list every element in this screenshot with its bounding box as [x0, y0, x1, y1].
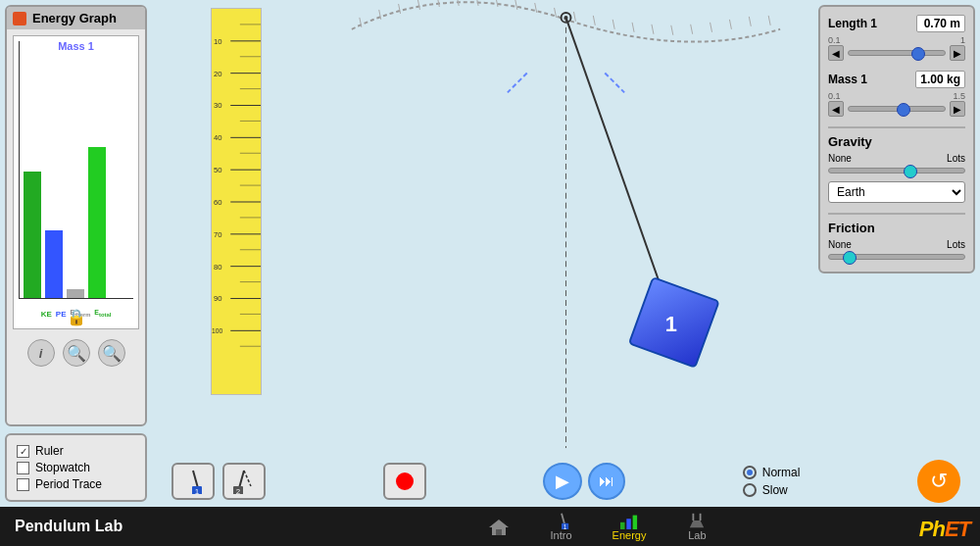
ruler-checkbox-row[interactable]: ✓ Ruler	[17, 444, 135, 458]
ke-bar-group	[24, 172, 41, 299]
slow-speed-option[interactable]: Slow	[743, 483, 801, 497]
nav-energy-label: Energy	[612, 529, 647, 541]
lock-icon: 🔒	[67, 308, 86, 326]
svg-line-39	[496, 0, 498, 7]
length1-thumb[interactable]	[911, 47, 925, 61]
friction-slider-labels: None Lots	[828, 239, 965, 250]
zoom-out-icon: 🔍	[67, 344, 86, 363]
pendulum1-icon: 1	[178, 469, 208, 494]
slow-radio[interactable]	[743, 483, 757, 497]
axis-y	[19, 41, 20, 299]
panel-title-icon	[13, 12, 26, 25]
speed-controls: Normal Slow	[743, 466, 801, 497]
svg-line-38	[476, 0, 478, 6]
intro-icon: 1	[550, 512, 573, 529]
play-buttons: ▶ ⏭	[543, 463, 625, 500]
slow-speed-label: Slow	[762, 483, 788, 497]
svg-line-52	[749, 17, 751, 26]
normal-radio[interactable]	[743, 466, 757, 479]
mass1-increase-btn[interactable]: ▶	[950, 101, 965, 117]
gravity-thumb[interactable]	[904, 165, 917, 178]
svg-line-47	[652, 25, 654, 34]
lab-icon	[685, 512, 709, 529]
record-button[interactable]	[383, 463, 426, 500]
pendulum1-tool-button[interactable]: 1	[172, 463, 215, 500]
etotal-bar-group	[88, 147, 106, 299]
pendulum2-icon: 2	[229, 469, 259, 494]
ruler-label: Ruler	[35, 444, 64, 458]
length1-decrease-btn[interactable]: ◀	[828, 45, 844, 61]
svg-line-62	[193, 471, 198, 488]
step-icon: ⏭	[599, 472, 614, 490]
svg-text:2: 2	[236, 487, 241, 494]
svg-line-34	[399, 4, 401, 14]
length1-value: 0.70 m	[916, 15, 965, 32]
pe-bar	[45, 230, 63, 299]
pendulum2-tool-button[interactable]: 2	[222, 463, 266, 500]
friction-none-label: None	[828, 239, 852, 250]
nav-lab[interactable]: Lab	[665, 512, 728, 541]
taskbar-nav: 1 Intro Energy Lab	[216, 512, 980, 541]
svg-line-48	[671, 25, 673, 35]
ke-legend: KE	[41, 310, 52, 319]
svg-rect-76	[626, 519, 631, 529]
stopwatch-checkbox-row[interactable]: Stopwatch	[17, 461, 135, 474]
nav-intro[interactable]: 1 Intro	[530, 512, 593, 541]
nav-energy[interactable]: Energy	[593, 512, 666, 541]
length1-label: Length 1	[828, 17, 877, 30]
mass1-decrease-btn[interactable]: ◀	[828, 101, 844, 117]
period-trace-checkbox[interactable]	[17, 478, 29, 491]
svg-line-44	[593, 16, 595, 25]
svg-line-50	[710, 23, 712, 32]
length1-slider-labels: 0.1 1	[828, 35, 965, 45]
gravity-none-label: None	[828, 153, 852, 164]
divider2	[828, 213, 965, 215]
length1-slider-container: ◀ ▶	[828, 45, 965, 61]
period-trace-checkbox-row[interactable]: Period Trace	[17, 477, 135, 491]
svg-rect-77	[633, 516, 638, 529]
play-button[interactable]: ▶	[543, 463, 582, 500]
zoom-out-button[interactable]: 🔍	[63, 339, 90, 367]
home-icon	[487, 518, 511, 535]
normal-speed-option[interactable]: Normal	[743, 466, 801, 479]
length1-label-row: Length 1 0.70 m	[828, 15, 965, 32]
info-icon: i	[39, 346, 43, 361]
friction-group: Friction None Lots	[828, 221, 965, 260]
mass1-label: Mass 1	[828, 73, 867, 86]
mass1-group: Mass 1 1.00 kg 0.1 1.5 ◀ ▶	[828, 71, 965, 117]
friction-track[interactable]	[828, 254, 965, 260]
graph-area: Mass 1 KE PE Etherm Etotal	[13, 35, 139, 329]
graph-controls: i 🔍 🔍	[7, 335, 145, 371]
stopwatch-checkbox[interactable]	[17, 462, 29, 474]
ruler-checkbox[interactable]: ✓	[17, 445, 29, 458]
svg-line-43	[573, 12, 575, 22]
ruler-check-mark: ✓	[20, 446, 27, 457]
phet-logo: PhET	[919, 517, 970, 542]
refresh-icon: ↺	[930, 469, 948, 494]
energy-icon	[617, 512, 641, 529]
pe-bar-group	[45, 230, 63, 299]
play-icon: ▶	[556, 471, 569, 492]
friction-label: Friction	[828, 221, 965, 235]
pendulum-tool-buttons: 1 2	[172, 463, 266, 500]
length1-group: Length 1 0.70 m 0.1 1 ◀ ▶	[828, 15, 965, 61]
mass1-thumb[interactable]	[897, 103, 910, 117]
step-button[interactable]: ⏭	[588, 463, 625, 500]
length1-track[interactable]	[848, 50, 946, 56]
nav-home[interactable]	[467, 518, 530, 535]
gravity-track[interactable]	[828, 168, 965, 174]
svg-line-53	[768, 16, 770, 25]
mass1-track[interactable]	[848, 106, 946, 112]
length1-increase-btn[interactable]: ▶	[950, 45, 965, 61]
svg-line-41	[535, 3, 537, 13]
zoom-in-button[interactable]: 🔍	[98, 339, 125, 367]
gravity-select[interactable]: Earth Moon Jupiter Custom	[828, 181, 965, 203]
friction-thumb[interactable]	[843, 251, 857, 265]
energy-graph-panel: Energy Graph Mass 1 KE PE E	[5, 5, 147, 426]
panel-title: Energy Graph	[32, 11, 117, 25]
refresh-button[interactable]: ↺	[917, 460, 960, 503]
info-button[interactable]: i	[27, 339, 55, 367]
bar-chart	[24, 83, 128, 299]
right-controls-panel: Length 1 0.70 m 0.1 1 ◀ ▶ Mass 1 1.00 kg…	[818, 5, 975, 273]
etotal-bar	[88, 147, 106, 299]
